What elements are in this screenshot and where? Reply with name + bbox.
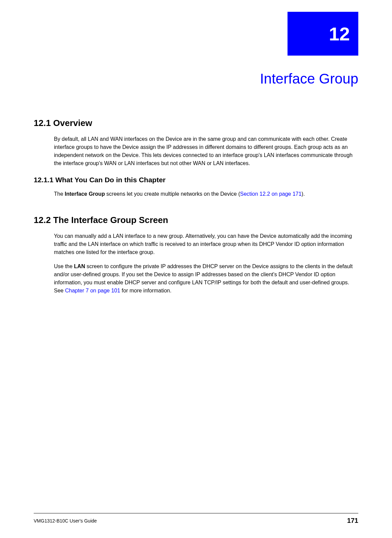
page-container: CHAPTER 12 Interface Group 12.1 Overview… (0, 0, 392, 538)
chapter-label: CHAPTER (34, 27, 62, 33)
text-prefix: The (54, 191, 65, 197)
text-bold-lan: LAN (74, 263, 85, 269)
section-12-2-body-2: Use the LAN screen to configure the priv… (54, 262, 358, 295)
text-suffix: ). (302, 191, 305, 197)
content-area: 12.1 Overview By default, all LAN and WA… (34, 108, 358, 301)
section-12-1-1-body: The Interface Group screens let you crea… (54, 190, 358, 198)
page-footer: VMG1312-B10C User's Guide 171 (34, 513, 358, 525)
chapter-number: 12 (329, 23, 350, 45)
footer-guide-name: VMG1312-B10C User's Guide (34, 518, 97, 524)
subsection-heading-12-1-1: 12.1.1 What You Can Do in this Chapter (34, 176, 358, 184)
section-12-2-body-1: You can manually add a LAN interface to … (54, 232, 358, 256)
link-section-12-2[interactable]: Section 12.2 on page 171 (240, 191, 301, 197)
chapter-number-box: 12 (288, 12, 358, 56)
section-heading-12-1: 12.1 Overview (34, 118, 358, 128)
section-12-1-body: By default, all LAN and WAN interfaces o… (54, 135, 358, 167)
text-prefix-2: Use the (54, 263, 74, 269)
link-chapter-7[interactable]: Chapter 7 on page 101 (65, 288, 120, 293)
text-mid: screens let you create multiple networks… (105, 191, 240, 197)
text-suffix-2: for more information. (120, 288, 172, 293)
footer-page-number: 171 (347, 517, 358, 525)
section-heading-12-2: 12.2 The Interface Group Screen (34, 215, 358, 225)
text-bold-interface-group: Interface Group (65, 191, 105, 197)
chapter-title: Interface Group (260, 71, 358, 87)
